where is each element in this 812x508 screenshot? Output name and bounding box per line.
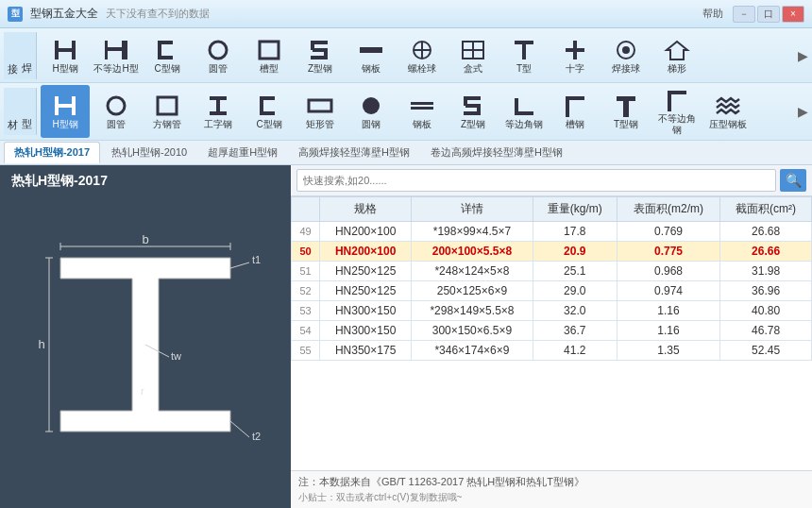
svg-rect-55: [623, 101, 629, 117]
svg-rect-34: [158, 97, 177, 114]
icon-rect-pipe[interactable]: 槽型: [245, 33, 294, 78]
row-area: 40.80: [720, 301, 812, 321]
restore-button[interactable]: 口: [757, 6, 780, 23]
table-row[interactable]: 49 HN200×100 *198×99×4.5×7 17.8 0.769 26…: [292, 222, 812, 242]
icon-square-pipe[interactable]: 方钢管: [143, 85, 192, 138]
icon-c-steel[interactable]: C型钢: [143, 33, 192, 78]
icon-label-h-beam-mat: H型钢: [52, 119, 77, 130]
subtab-high-weld-light-h[interactable]: 高频焊接轻型薄壁H型钢: [289, 143, 419, 162]
icon-shape-steel-plate: [358, 37, 384, 63]
svg-rect-43: [411, 102, 433, 105]
search-button[interactable]: 🔍: [780, 169, 806, 192]
title-left: 型 型钢五金大全 天下没有查不到的数据: [8, 6, 210, 22]
icon-h-beam-weld[interactable]: H型钢: [41, 33, 90, 78]
row-area: 36.96: [720, 281, 812, 301]
icon-shape-z-steel: [307, 37, 333, 63]
icon-flat-plate[interactable]: 钢板: [398, 85, 447, 138]
icon-box-type[interactable]: 盒式: [448, 33, 498, 78]
icon-shape-t-type: [511, 37, 537, 63]
col-area: 截面积(cm²): [720, 197, 812, 222]
table-row[interactable]: 52 HN250×125 250×125×6×9 29.0 0.974 36.9…: [292, 281, 812, 301]
icon-label-c-steel: C型钢: [154, 63, 179, 75]
toolbar-arrow-material[interactable]: ▶: [797, 104, 808, 119]
subtabs: 热轧H型钢-2017热轧H型钢-2010超厚超重H型钢高频焊接轻型薄壁H型钢卷边…: [0, 141, 812, 165]
row-detail: *298×149×5.5×8: [412, 301, 533, 321]
minimize-button[interactable]: －: [733, 6, 755, 23]
svg-rect-49: [464, 111, 481, 115]
icon-shape-round-steel: [358, 93, 384, 119]
close-button[interactable]: ×: [782, 6, 804, 23]
row-spec: HN350×175: [320, 341, 412, 361]
icon-rect-pipe-mat[interactable]: 矩形管: [296, 85, 345, 138]
table-row[interactable]: 50 HN200×100 200×100×5.5×8 20.9 0.775 26…: [292, 242, 812, 262]
icon-round-steel[interactable]: 圆钢: [347, 85, 396, 138]
icon-round-pipe-mat[interactable]: 圆管: [92, 85, 141, 138]
row-surface: 1.16: [617, 301, 719, 321]
h-beam-diagram: b h t1 t2 tw r: [23, 220, 268, 484]
svg-rect-41: [309, 100, 331, 111]
toolbar-arrow-welding[interactable]: ▶: [797, 48, 808, 63]
app-icon: 型: [8, 7, 23, 22]
row-weight: 20.9: [533, 242, 617, 262]
svg-rect-31: [55, 104, 72, 108]
icon-round-pipe[interactable]: 圆管: [194, 33, 243, 78]
row-weight: 29.0: [533, 281, 617, 301]
icon-trapezoid[interactable]: 梯形: [652, 33, 702, 78]
table-row[interactable]: 53 HN300×150 *298×149×5.5×8 32.0 1.16 40…: [292, 301, 812, 321]
svg-text:t2: t2: [252, 431, 261, 442]
icon-i-beam[interactable]: 工字钢: [194, 85, 243, 138]
section-label-welding: 焊接: [4, 32, 37, 79]
svg-text:r: r: [141, 385, 144, 397]
row-spec: HN300×150: [320, 321, 412, 341]
icon-weld-ball[interactable]: 焊接球: [601, 33, 651, 78]
svg-rect-1: [55, 48, 72, 52]
material-icons: H型钢圆管方钢管工字钢C型钢矩形管圆钢钢板Z型钢等边角钢槽钢T型钢不等边角钢压型…: [41, 85, 797, 138]
right-panel: 🔍 规格 详情 重量(kg/m) 表面积(m2/m) 截面积(cm²): [291, 165, 812, 508]
welding-icons: H型钢不等边H型C型钢圆管槽型Z型钢钢板螺栓球盒式T型十字焊接球梯形: [41, 33, 797, 78]
icon-h-beam-mat[interactable]: H型钢: [41, 85, 90, 138]
icon-shape-cross-type: [562, 37, 588, 63]
diagram-area: b h t1 t2 tw r: [0, 195, 291, 508]
row-num: 51: [292, 262, 320, 281]
row-surface: 0.769: [617, 222, 719, 242]
table-row[interactable]: 54 HN300×150 300×150×6.5×9 36.7 1.16 46.…: [292, 321, 812, 341]
search-bar: 🔍: [291, 165, 812, 196]
subtab-hot-h-2010[interactable]: 热轧H型钢-2010: [102, 143, 196, 162]
icon-equal-angle[interactable]: 等边角钢: [499, 85, 549, 138]
icon-unequal-h[interactable]: 不等边H型: [92, 33, 141, 78]
icon-steel-plate[interactable]: 钢板: [347, 33, 396, 78]
row-surface: 0.775: [617, 242, 719, 262]
row-spec: HN200×100: [320, 242, 412, 262]
svg-rect-37: [210, 111, 227, 115]
svg-rect-24: [522, 41, 526, 59]
footer-note: 注：本数据来自《GB/T 11263-2017 热轧H型钢和热轧T型钢》: [298, 475, 804, 489]
svg-rect-54: [617, 96, 635, 101]
icon-screw-ball[interactable]: 螺栓球: [398, 33, 447, 78]
data-table[interactable]: 规格 详情 重量(kg/m) 表面积(m2/m) 截面积(cm²) 49 HN2…: [291, 196, 812, 470]
icon-t-steel-mat[interactable]: T型钢: [601, 85, 651, 138]
subtab-edge-weld-light-h[interactable]: 卷边高频焊接轻型薄壁H型钢: [421, 143, 572, 162]
help-button[interactable]: 帮助: [697, 7, 729, 21]
icon-t-type[interactable]: T型: [499, 33, 549, 78]
subtab-hot-h-2017[interactable]: 热轧H型钢-2017: [4, 142, 100, 163]
icon-label-rect-pipe-mat: 矩形管: [306, 119, 334, 130]
icon-shape-rect-pipe: [256, 37, 282, 63]
search-input[interactable]: [296, 169, 776, 192]
icon-channel-steel[interactable]: 槽钢: [550, 85, 600, 138]
table-row[interactable]: 51 HN250×125 *248×124×5×8 25.1 0.968 31.…: [292, 262, 812, 281]
row-weight: 25.1: [533, 262, 617, 281]
titlebar: 型 型钢五金大全 天下没有查不到的数据 帮助 － 口 ×: [0, 0, 812, 28]
icon-pressure-plate[interactable]: 压型钢板: [703, 85, 753, 138]
icon-label-cross-type: 十字: [566, 63, 584, 75]
icon-z-steel-mat[interactable]: Z型钢: [448, 85, 498, 138]
icon-unequal-angle[interactable]: 不等边角钢: [652, 85, 702, 138]
subtab-ultra-heavy-h[interactable]: 超厚超重H型钢: [198, 143, 287, 162]
footer: 注：本数据来自《GB/T 11263-2017 热轧H型钢和热轧T型钢》 小贴士…: [291, 470, 812, 508]
icon-z-steel[interactable]: Z型钢: [296, 33, 345, 78]
table-row[interactable]: 55 HN350×175 *346×174×6×9 41.2 1.35 52.4…: [292, 341, 812, 361]
icon-c-steel-mat[interactable]: C型钢: [245, 85, 294, 138]
icon-shape-c-steel-mat: [256, 93, 282, 119]
icon-shape-round-pipe-mat: [103, 93, 129, 119]
icon-cross-type[interactable]: 十字: [550, 33, 600, 78]
svg-line-69: [230, 262, 249, 268]
